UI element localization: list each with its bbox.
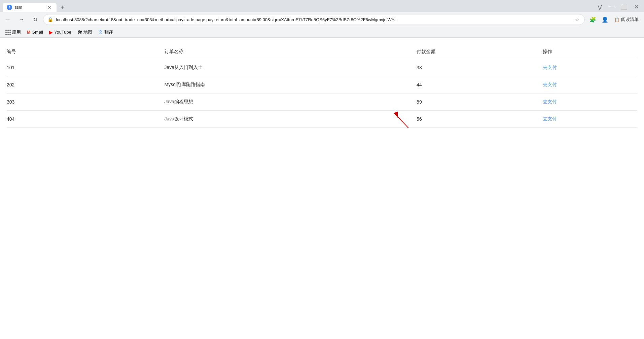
cell-action: 去支付 <box>543 93 637 111</box>
translate-label: 翻译 <box>104 29 113 35</box>
bookmark-apps[interactable]: 应用 <box>3 28 24 37</box>
minimize-button[interactable]: — <box>606 3 617 10</box>
bookmark-translate[interactable]: 文 翻译 <box>96 28 116 37</box>
back-button[interactable]: ← <box>3 14 13 25</box>
cell-name: Java编程思想 <box>165 93 417 111</box>
cell-amount: 33 <box>417 59 543 76</box>
apps-label: 应用 <box>12 29 21 35</box>
new-tab-button[interactable]: + <box>58 3 67 12</box>
pay-link[interactable]: 去支付 <box>543 99 557 104</box>
cell-name: Java从入门到入土 <box>165 59 417 76</box>
window-controls: ⋁ — ⬜ ✕ <box>595 3 641 12</box>
cell-action: 去支付 <box>543 111 637 128</box>
order-table: 编号 订单名称 付款金额 操作 101Java从入门到入土33去支付202Mys… <box>7 45 637 128</box>
address-bar[interactable]: 🔒 localhost:8088/?charset=utf-8&out_trad… <box>43 14 585 25</box>
maps-label: 地图 <box>83 29 92 35</box>
active-tab[interactable]: S ssm ✕ <box>3 3 57 12</box>
browser-chrome: S ssm ✕ + ⋁ — ⬜ ✕ ← → ↻ 🔒 localhost:8088… <box>0 0 644 38</box>
table-row: 303Java编程思想89去支付 <box>7 93 637 111</box>
cell-id: 404 <box>7 111 165 128</box>
pay-link[interactable]: 去支付 <box>543 82 557 87</box>
translate-icon: 文 <box>98 29 103 35</box>
tab-bar: S ssm ✕ + ⋁ — ⬜ ✕ <box>0 0 644 12</box>
forward-button[interactable]: → <box>16 14 27 25</box>
reload-button[interactable]: ↻ <box>30 14 40 25</box>
table-row: 404Java设计模式56去支付 <box>7 111 637 128</box>
close-button[interactable]: ✕ <box>632 3 641 11</box>
header-action: 操作 <box>543 45 637 59</box>
nav-bar: ← → ↻ 🔒 localhost:8088/?charset=utf-8&ou… <box>0 12 644 27</box>
table-row: 202Mysql跑库跑路指南44去支付 <box>7 76 637 93</box>
bookmark-youtube[interactable]: ▶ YouTube <box>46 28 74 37</box>
header-amount: 付款金额 <box>417 45 543 59</box>
cell-amount: 89 <box>417 93 543 111</box>
youtube-icon: ▶ <box>49 30 53 35</box>
header-name: 订单名称 <box>165 45 417 59</box>
youtube-label: YouTube <box>54 30 71 35</box>
cell-name: Mysql跑库跑路指南 <box>165 76 417 93</box>
tab-title: ssm <box>15 5 44 10</box>
tab-favicon: S <box>7 5 12 10</box>
url-text: localhost:8088/?charset=utf-8&out_trade_… <box>56 17 571 22</box>
profile-icon[interactable]: 👤 <box>600 14 610 25</box>
header-id: 编号 <box>7 45 165 59</box>
annotation-container: 编号 订单名称 付款金额 操作 101Java从入门到入土33去支付202Mys… <box>7 45 637 128</box>
cell-id: 202 <box>7 76 165 93</box>
table-header-row: 编号 订单名称 付款金额 操作 <box>7 45 637 59</box>
cell-action: 去支付 <box>543 59 637 76</box>
gmail-icon: M <box>27 30 30 35</box>
reading-list-label: 阅读清单 <box>621 16 639 23</box>
bookmark-maps[interactable]: 🗺 地图 <box>75 28 95 37</box>
main-content: 编号 订单名称 付款金额 操作 101Java从入门到入土33去支付202Mys… <box>0 38 644 128</box>
extensions-icon[interactable]: 🧩 <box>587 14 598 25</box>
reading-list-button[interactable]: 📋 阅读清单 <box>612 15 641 24</box>
cell-amount: 44 <box>417 76 543 93</box>
pay-link[interactable]: 去支付 <box>543 116 557 121</box>
bookmark-gmail[interactable]: M Gmail <box>24 28 46 37</box>
cell-name: Java设计模式 <box>165 111 417 128</box>
table-row: 101Java从入门到入土33去支付 <box>7 59 637 76</box>
cell-action: 去支付 <box>543 76 637 93</box>
security-icon: 🔒 <box>47 17 53 22</box>
apps-icon <box>5 30 11 35</box>
maps-icon: 🗺 <box>77 30 82 35</box>
reading-list-icon: 📋 <box>614 17 620 22</box>
cell-id: 101 <box>7 59 165 76</box>
address-bar-icons: ☆ <box>574 16 580 23</box>
profile-icons: 🧩 👤 📋 阅读清单 <box>587 14 641 25</box>
bookmarks-bar: 应用 M Gmail ▶ YouTube 🗺 地图 文 翻译 <box>0 27 644 38</box>
tab-close-button[interactable]: ✕ <box>46 4 52 10</box>
gmail-label: Gmail <box>32 30 43 35</box>
pay-link[interactable]: 去支付 <box>543 65 557 70</box>
bookmark-star-icon[interactable]: ☆ <box>574 16 580 23</box>
cell-amount: 56 <box>417 111 543 128</box>
cell-id: 303 <box>7 93 165 111</box>
maximize-button[interactable]: ⬜ <box>618 3 630 11</box>
tab-search-button[interactable]: ⋁ <box>595 3 605 11</box>
